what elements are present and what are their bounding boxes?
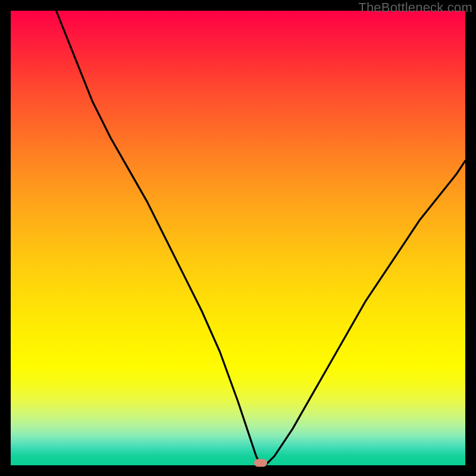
watermark-text: TheBottleneck.com bbox=[358, 0, 472, 15]
bottleneck-curve bbox=[11, 11, 465, 465]
chart-stage: TheBottleneck.com bbox=[0, 0, 476, 476]
plot-area bbox=[11, 11, 465, 465]
optimum-marker bbox=[254, 459, 267, 467]
